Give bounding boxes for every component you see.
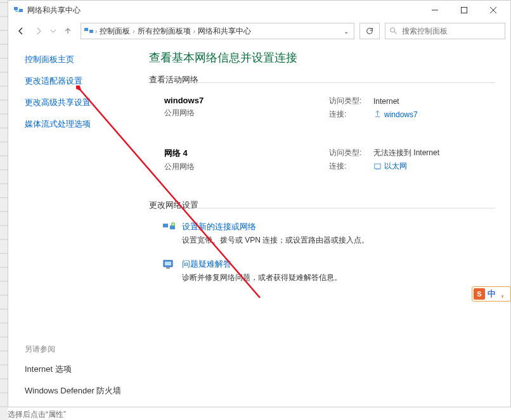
connection-label: 连接: <box>329 161 373 172</box>
breadcrumb[interactable]: › 控制面板 › 所有控制面板项 › 网络和共享中心 ⌄ <box>81 23 354 39</box>
history-dropdown[interactable] <box>49 23 58 39</box>
sidebar-firewall-link[interactable]: Windows Defender 防火墙 <box>25 385 141 397</box>
search-box[interactable] <box>385 23 505 39</box>
forward-button[interactable] <box>31 23 46 39</box>
breadcrumb-expand[interactable]: ⌄ <box>341 28 351 35</box>
setup-new-connection-link[interactable]: 设置新的连接或网络 <box>182 221 369 232</box>
ime-logo-icon: S <box>474 288 485 300</box>
sidebar-streaming-link[interactable]: 媒体流式处理选项 <box>25 118 141 130</box>
see-also-heading: 另请参阅 <box>25 344 141 355</box>
access-type-label: 访问类型: <box>329 148 373 158</box>
change-settings-heading: 更改网络设置 <box>149 200 495 213</box>
connection-link[interactable]: 以太网 <box>373 161 407 172</box>
close-button[interactable] <box>479 1 508 20</box>
chevron-right-icon: › <box>94 28 98 35</box>
refresh-button[interactable] <box>359 23 380 39</box>
svg-rect-8 <box>170 226 175 229</box>
connection-value: windows7 <box>384 110 418 119</box>
app-icon <box>13 5 23 15</box>
maximize-button[interactable] <box>450 1 479 20</box>
window: 网络和共享中心 › 控制面板 › 所有控制面板项 › 网络和共享中心 ⌄ <box>8 0 511 407</box>
search-icon <box>389 27 398 35</box>
network-type: 公用网络 <box>164 108 329 118</box>
main-content: 查看基本网络信息并设置连接 查看活动网络 windows7 公用网络 访问类型:… <box>141 42 510 407</box>
network-name: windows7 <box>164 96 329 105</box>
breadcrumb-part[interactable]: 控制面板 <box>98 26 131 37</box>
sidebar: 控制面板主页 更改适配器设置 更改高级共享设置 媒体流式处理选项 另请参阅 In… <box>8 42 141 407</box>
page-title: 查看基本网络信息并设置连接 <box>149 50 495 65</box>
ime-indicator[interactable]: S 中 ， <box>472 286 511 302</box>
setup-connection-icon <box>162 221 177 234</box>
access-type-value: Internet <box>373 97 399 106</box>
active-networks-heading: 查看活动网络 <box>149 74 495 88</box>
svg-rect-2 <box>462 8 467 13</box>
svg-rect-7 <box>163 224 168 227</box>
up-button[interactable] <box>60 23 75 39</box>
svg-rect-11 <box>165 262 171 265</box>
connection-value: 以太网 <box>384 161 407 172</box>
troubleshoot-link[interactable]: 问题疑难解答 <box>182 258 342 270</box>
left-app-edge <box>0 0 8 420</box>
back-button[interactable] <box>13 23 29 39</box>
search-input[interactable] <box>402 27 501 35</box>
setup-new-connection-item: 设置新的连接或网络 设置宽带、拨号或 VPN 连接；或设置路由器或接入点。 <box>162 221 495 246</box>
minimize-button[interactable] <box>420 1 450 20</box>
wifi-icon <box>373 110 382 118</box>
ethernet-icon <box>373 162 382 170</box>
breadcrumb-icon <box>84 26 94 36</box>
sidebar-home-link[interactable]: 控制面板主页 <box>25 54 141 65</box>
window-title: 网络和共享中心 <box>27 5 420 16</box>
svg-rect-3 <box>84 28 88 31</box>
connection-link[interactable]: windows7 <box>373 110 418 119</box>
network-type: 公用网络 <box>164 162 329 172</box>
svg-rect-0 <box>14 7 18 10</box>
svg-rect-6 <box>375 164 380 169</box>
breadcrumb-part[interactable]: 所有控制面板项 <box>136 26 192 37</box>
troubleshoot-desc: 诊断并修复网络问题，或者获得疑难解答信息。 <box>182 272 342 283</box>
svg-rect-4 <box>89 30 93 33</box>
troubleshoot-icon <box>162 258 177 271</box>
setup-new-connection-desc: 设置宽带、拨号或 VPN 连接；或设置路由器或接入点。 <box>182 235 369 246</box>
connection-label: 连接: <box>329 109 373 120</box>
caption-text: 选择后点击“属性” <box>8 409 66 420</box>
svg-point-5 <box>391 28 395 32</box>
sidebar-adapter-settings-link[interactable]: 更改适配器设置 <box>25 75 141 87</box>
titlebar: 网络和共享中心 <box>8 1 510 20</box>
sidebar-internet-options-link[interactable]: Internet 选项 <box>25 364 141 375</box>
troubleshoot-item: 问题疑难解答 诊断并修复网络问题，或者获得疑难解答信息。 <box>162 258 495 283</box>
access-type-label: 访问类型: <box>329 96 373 106</box>
network-entry: 网络 4 公用网络 访问类型: 无法连接到 Internet 连接: 以太网 <box>164 148 495 174</box>
svg-rect-12 <box>166 267 170 269</box>
network-name: 网络 4 <box>164 148 329 159</box>
chevron-right-icon: › <box>131 28 136 35</box>
chevron-right-icon: › <box>192 28 197 35</box>
breadcrumb-part[interactable]: 网络和共享中心 <box>197 26 252 37</box>
access-type-value: 无法连接到 Internet <box>373 148 439 158</box>
ime-punct-label: ， <box>498 288 507 300</box>
network-entry: windows7 公用网络 访问类型: Internet 连接: windows… <box>164 96 495 122</box>
nav-toolbar: › 控制面板 › 所有控制面板项 › 网络和共享中心 ⌄ <box>8 20 510 42</box>
ime-mode-label: 中 <box>488 288 496 300</box>
sidebar-sharing-settings-link[interactable]: 更改高级共享设置 <box>25 97 141 108</box>
